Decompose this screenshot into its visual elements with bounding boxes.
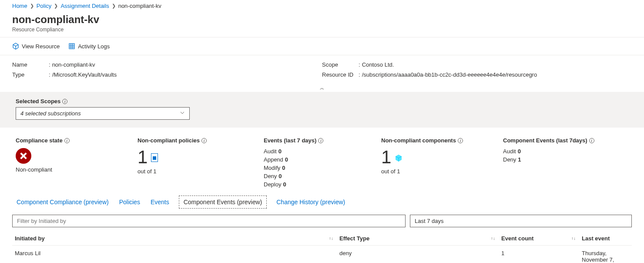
noncompliant-policies-sub: out of 1 [138,168,259,175]
compliance-state-title: Compliance state [16,137,63,144]
breadcrumb-link-assignment-details[interactable]: Assignment Details [60,3,109,9]
table-row[interactable]: Marcus Lildeny1Thursday, November 7, [12,246,632,263]
tabs: Component Compliance (preview)PoliciesEv… [0,196,644,209]
info-icon[interactable]: i [589,138,594,143]
activity-logs-button[interactable]: Activity Logs [68,41,110,51]
page-subtitle: Resource Compliance [12,27,632,33]
events-title: Events (last 7 days) [264,137,316,144]
view-resource-button[interactable]: View Resource [12,41,60,51]
cell-initiated-by: Marcus Lil [12,250,339,263]
info-icon[interactable]: i [62,99,67,104]
page-title: non-compliant-kv [12,13,632,26]
tab-component-events-preview-[interactable]: Component Events (preview) [179,196,267,209]
name-label: Name [12,61,47,68]
tab-events[interactable]: Events [150,196,170,209]
selected-scopes-value: 4 selected subscriptions [20,110,81,117]
component-events-title: Component Events (last 7days) [503,137,587,144]
tab-policies[interactable]: Policies [118,196,141,209]
event-line: Modify0 [264,165,377,171]
cell-last-event: Thursday, November 7, [582,250,632,263]
chevron-right-icon: ❯ [30,3,34,9]
policy-icon [151,153,158,162]
header-initiated-by[interactable]: Initiated by [15,235,45,242]
tab-component-compliance-preview-[interactable]: Component Compliance (preview) [16,196,110,209]
filter-initiated-by-input[interactable] [12,215,406,227]
activity-logs-label: Activity Logs [78,43,110,50]
cube-icon [12,43,19,50]
scope-label: Scope [322,61,357,68]
collapse-caret-icon[interactable]: ︽ [0,84,644,92]
info-icon[interactable]: i [64,138,70,143]
grid-icon [68,43,75,50]
chevron-right-icon: ❯ [112,3,116,9]
breadcrumb-link-policy[interactable]: Policy [37,3,52,9]
table-header: Initiated by ↑↓ Effect Type ↑↓ Event cou… [12,232,632,246]
breadcrumb-link-home[interactable]: Home [12,3,27,9]
breadcrumb: Home ❯ Policy ❯ Assignment Details ❯ non… [0,0,644,12]
chevron-down-icon [180,110,185,117]
error-icon [16,148,31,164]
header-effect-type[interactable]: Effect Type [339,235,369,242]
info-icon[interactable]: i [458,138,463,143]
info-icon[interactable]: i [318,138,323,143]
selected-scopes-dropdown[interactable]: 4 selected subscriptions [16,107,190,120]
noncompliant-components-stat: Non-compliant components i 1 out of 1 [381,137,499,189]
view-resource-label: View Resource [22,43,60,50]
type-label: Type [12,71,47,78]
info-icon[interactable]: i [201,138,207,143]
breadcrumb-current: non-compliant-kv [118,3,161,9]
noncompliant-components-count: 1 [381,148,391,166]
event-line: Deny0 [264,173,377,179]
noncompliant-components-sub: out of 1 [381,168,499,175]
cell-event-count: 1 [501,250,582,263]
name-value: non-compliant-kv [52,61,95,68]
noncompliant-policies-stat: Non-compliant policies i 1 out of 1 [138,137,259,189]
type-value: /Microsoft.KeyVault/vaults [52,71,117,78]
cell-effect-type: deny [339,250,501,263]
sort-icon[interactable]: ↑↓ [571,236,576,241]
noncompliant-policies-count: 1 [138,148,148,166]
header-last-event[interactable]: Last event [582,235,610,242]
events-stat: Events (last 7 days) i Audit0Append0Modi… [264,137,377,189]
resource-id-label: Resource ID [322,71,357,78]
time-range-dropdown[interactable]: Last 7 days [410,215,632,227]
compliance-state-value: Non-compliant [16,166,133,173]
chevron-right-icon: ❯ [54,3,58,9]
compliance-state-stat: Compliance state i Non-compliant [16,137,133,189]
tab-change-history-preview-[interactable]: Change History (preview) [275,196,346,209]
sort-icon[interactable]: ↑↓ [491,236,495,241]
event-line: Append0 [264,156,377,163]
scope-value: Contoso Ltd. [362,61,394,68]
event-line: Deny1 [503,156,616,163]
event-line: Audit0 [264,148,377,155]
resource-id-value: /subscriptions/aaaa0a0a-bb1b-cc2c-dd3d-e… [362,71,537,78]
svg-rect-0 [69,44,74,49]
event-line: Deploy0 [264,181,377,188]
noncompliant-components-title: Non-compliant components [381,137,456,144]
cube-icon [395,154,402,162]
component-events-stat: Component Events (last 7days) i Audit0De… [503,137,616,189]
sort-icon[interactable]: ↑↓ [329,236,333,241]
event-line: Audit0 [503,148,616,155]
header-event-count[interactable]: Event count [501,235,533,242]
noncompliant-policies-title: Non-compliant policies [138,137,200,144]
selected-scopes-label: Selected Scopes [16,98,60,105]
